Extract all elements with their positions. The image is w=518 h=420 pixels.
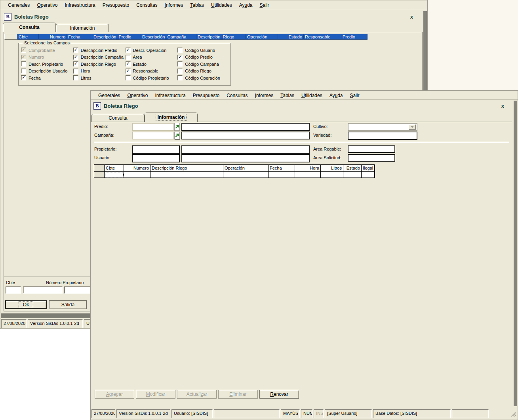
grid-cell-ilegal[interactable] (362, 172, 375, 178)
menu-item-utilidades[interactable]: Utilidades (298, 93, 326, 98)
checkbox-descr-operacion[interactable]: ✓Descr. Operación (126, 48, 178, 53)
checkbox-box[interactable]: ✓ (126, 69, 131, 74)
salida-button[interactable]: Salida (49, 300, 87, 309)
grid-row-selector[interactable] (94, 172, 105, 178)
checkbox-box[interactable] (126, 75, 131, 80)
close-icon[interactable]: x (501, 103, 504, 109)
predio-lookup-button[interactable] (174, 123, 180, 131)
grid-column-header-operacion[interactable]: Operación (223, 165, 269, 172)
checkbox-codigo-campana[interactable]: Código Campaña (177, 61, 230, 67)
menu-item-generales[interactable]: Generales (95, 93, 124, 98)
checkbox-box[interactable]: ✓ (177, 55, 183, 60)
checkbox-box[interactable] (177, 75, 183, 80)
tab-informacion[interactable]: Información (145, 113, 198, 122)
checkbox-codigo-operacion[interactable]: Código Operación (177, 75, 230, 80)
grid-column-header-descripcion-riego[interactable]: Descripción_Riego (196, 34, 246, 40)
menu-item-operativo[interactable]: Operativo (33, 2, 61, 8)
grid-column-header-cbte[interactable]: Cbte (105, 165, 124, 172)
menu-item-salir[interactable]: Salir (347, 93, 363, 98)
campania-lookup-button[interactable] (174, 132, 180, 139)
usuario-code-input[interactable] (132, 154, 180, 162)
checkbox-box[interactable]: ✓ (21, 75, 26, 80)
menu-item-presupuesto[interactable]: Presupuesto (189, 93, 223, 98)
checkbox-box[interactable] (126, 55, 131, 60)
checkbox-box[interactable]: ✓ (73, 61, 78, 67)
variedad-input[interactable] (348, 132, 417, 140)
title-bar[interactable]: B Boletas Riego x (4, 12, 423, 21)
grid-column-header-estado[interactable]: Estado (278, 34, 304, 40)
checkbox-box[interactable] (177, 61, 183, 67)
renovar-button[interactable]: Renovar (259, 390, 299, 399)
menu-item-infraestructura[interactable]: Infraestructura (61, 2, 99, 8)
grid-cell-litros[interactable] (321, 172, 343, 178)
checkbox-litros[interactable]: Litros (73, 75, 126, 80)
grid-column-header-cbte[interactable]: Cbte (17, 34, 39, 40)
close-icon[interactable]: x (410, 14, 413, 20)
grid-column-header-responsable[interactable]: Responsable (304, 34, 341, 40)
checkbox-box[interactable] (177, 69, 183, 74)
numero-input[interactable] (23, 286, 63, 294)
menu-item-generales[interactable]: Generales (4, 2, 33, 8)
area-solicitud-input[interactable] (348, 154, 395, 162)
checkbox-codigo-riego[interactable]: Código Riego (177, 69, 230, 74)
grid-column-header-fecha[interactable]: Fecha (67, 34, 92, 40)
grid-cell-cbte[interactable] (105, 172, 124, 178)
grid-column-header-litros[interactable]: Litros (321, 165, 343, 172)
menu-item-tablas[interactable]: Tablas (277, 93, 298, 98)
checkbox-descr-propietario[interactable]: Descr. Propietario (21, 61, 73, 67)
grid-column-header-descripcion-riego[interactable]: Descripción Riego (150, 165, 223, 172)
menu-item-infraestructura[interactable]: Infraestructura (151, 93, 189, 98)
menu-item-operativo[interactable]: Operativo (124, 93, 151, 98)
area-regable-input[interactable] (348, 145, 395, 153)
menu-item-utilidades[interactable]: Utilidades (208, 2, 236, 8)
resize-grip-icon[interactable] (511, 412, 516, 418)
checkbox-box[interactable]: ✓ (126, 48, 131, 53)
tab-informacion[interactable]: Información (56, 24, 109, 32)
checkbox-box[interactable]: ✓ (126, 61, 131, 67)
grid-cell-hora[interactable] (295, 172, 321, 178)
grid-column-header-ilegal[interactable]: Ilegal (362, 165, 375, 172)
predio-code-input[interactable] (132, 123, 174, 131)
checkbox-codigo-usuario[interactable]: Código Usuario (177, 48, 230, 53)
menu-item-tablas[interactable]: Tablas (187, 2, 208, 8)
checkbox-box[interactable] (21, 69, 26, 74)
checkbox-descripcion-riego[interactable]: ✓Descripción Riego (73, 61, 126, 67)
grid-column-header-fecha[interactable]: Fecha (269, 165, 295, 172)
grid-cell-fecha[interactable] (269, 172, 295, 178)
grid-column-header-descripcion-campana[interactable]: Descripción_Campaña (141, 34, 196, 40)
checkbox-codigo-propietario[interactable]: Código Propietario (126, 75, 178, 80)
menu-item-ayuda[interactable]: Ayuda (326, 93, 347, 98)
checkbox-box[interactable]: ✓ (73, 48, 78, 53)
grid-cell-estado[interactable] (343, 172, 362, 178)
checkbox-box[interactable]: ✓ (73, 55, 78, 60)
grid-column-header-numero[interactable]: Numero (39, 34, 67, 40)
ok-button[interactable]: Ok (5, 300, 47, 309)
checkbox-box[interactable] (21, 61, 26, 67)
checkbox-area[interactable]: Area (126, 55, 178, 60)
grid-column-header-numero[interactable]: Numero (124, 165, 150, 172)
campania-code-input[interactable] (132, 132, 174, 139)
checkbox-box[interactable] (73, 75, 78, 80)
grid-selector-header[interactable] (94, 165, 105, 172)
title-bar[interactable]: B Boletas Riego x (93, 101, 514, 110)
menu-item-consultas[interactable]: Consultas (223, 93, 251, 98)
tab-consulta[interactable]: Consulta (3, 23, 56, 32)
menu-item-informes[interactable]: Informes (251, 93, 277, 98)
grid-selector-header[interactable] (4, 34, 17, 40)
grid-column-header-operacion[interactable]: Operación (246, 34, 278, 40)
grid-cell-operacion[interactable] (223, 172, 269, 178)
checkbox-descripcion-campana[interactable]: ✓Descripción Campaña (73, 55, 126, 60)
tab-consulta[interactable]: Consulta (91, 114, 145, 122)
grid-column-header-hora[interactable]: Hora (295, 165, 321, 172)
usuario-desc-input[interactable] (181, 154, 310, 162)
grid-column-header-descripcion-predio[interactable]: Descripción_Predio (92, 34, 141, 40)
checkbox-hora[interactable]: Hora (73, 69, 126, 74)
checkbox-box[interactable] (73, 69, 78, 74)
predio-desc-input[interactable] (181, 123, 310, 131)
campania-desc-input[interactable] (181, 132, 310, 139)
menu-item-salir[interactable]: Salir (256, 2, 273, 8)
grid-cell-numero[interactable] (124, 172, 150, 178)
checkbox-box[interactable] (177, 48, 183, 53)
propietario-desc-input[interactable] (181, 145, 310, 154)
menu-item-ayuda[interactable]: Ayuda (236, 2, 256, 8)
